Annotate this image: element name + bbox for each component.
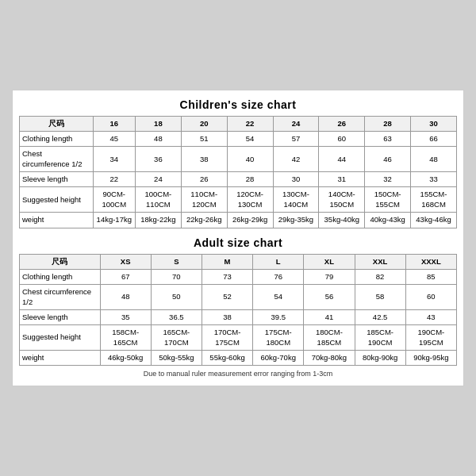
table-cell: 66 — [411, 132, 457, 147]
children-header-cell: 30 — [411, 116, 457, 131]
table-cell: 140CM-150CM — [319, 187, 365, 213]
table-cell: 52 — [202, 285, 252, 310]
chart-container: Children's size chart 尺码1618202224262830… — [12, 90, 464, 387]
children-header-cell: 28 — [365, 116, 411, 131]
children-header-cell: 18 — [135, 116, 181, 131]
children-header-cell: 16 — [93, 116, 135, 131]
table-cell: 73 — [202, 269, 252, 284]
table-cell: 35kg-40kg — [319, 213, 365, 228]
children-table: 尺码1618202224262830 Clothing length454851… — [19, 116, 457, 228]
children-header-cell: 24 — [273, 116, 319, 131]
children-title: Children's size chart — [19, 98, 457, 111]
row-label: weight — [20, 213, 94, 228]
table-cell: 43kg-46kg — [411, 213, 457, 228]
table-cell: 24 — [135, 172, 181, 187]
table-cell: 55kg-60kg — [202, 350, 252, 365]
table-cell: 42 — [273, 147, 319, 172]
table-row: Sleeve length2224262830313233 — [20, 172, 457, 187]
table-cell: 56 — [304, 285, 355, 310]
table-row: Clothing length4548515457606366 — [20, 132, 457, 147]
table-cell: 46 — [365, 147, 411, 172]
table-cell: 60 — [319, 132, 365, 147]
table-cell: 31 — [319, 172, 365, 187]
table-cell: 165CM-170CM — [151, 325, 202, 351]
table-row: Sleeve length3536.53839.54142.543 — [20, 309, 457, 324]
table-cell: 57 — [273, 132, 319, 147]
table-cell: 26kg-29kg — [227, 213, 273, 228]
table-cell: 85 — [405, 269, 456, 284]
table-cell: 36.5 — [151, 309, 202, 324]
adult-header-cell: XL — [304, 254, 355, 269]
table-cell: 40kg-43kg — [365, 213, 411, 228]
table-cell: 150CM-155CM — [365, 187, 411, 213]
table-cell: 38 — [202, 309, 252, 324]
table-row: weight46kg-50kg50kg-55kg55kg-60kg60kg-70… — [20, 350, 457, 365]
table-cell: 38 — [181, 147, 227, 172]
table-cell: 33 — [411, 172, 457, 187]
adult-header-cell: L — [253, 254, 304, 269]
table-cell: 170CM-175CM — [202, 325, 252, 351]
table-cell: 51 — [181, 132, 227, 147]
row-label: Clothing length — [20, 269, 101, 284]
table-cell: 34 — [93, 147, 135, 172]
table-cell: 76 — [253, 269, 304, 284]
table-cell: 36 — [135, 147, 181, 172]
table-cell: 14kg-17kg — [93, 213, 135, 228]
table-row: Suggested height158CM-165CM165CM-170CM17… — [20, 325, 457, 351]
table-cell: 60 — [405, 285, 456, 310]
adult-header-cell: M — [202, 254, 252, 269]
table-row: weight14kg-17kg18kg-22kg22kg-26kg26kg-29… — [20, 213, 457, 228]
table-cell: 67 — [100, 269, 151, 284]
row-label: weight — [20, 350, 101, 365]
table-cell: 50kg-55kg — [151, 350, 202, 365]
table-cell: 22kg-26kg — [181, 213, 227, 228]
table-cell: 46kg-50kg — [100, 350, 151, 365]
adult-table: 尺码XSSMLXLXXLXXXL Clothing length67707376… — [19, 254, 457, 367]
table-cell: 45 — [93, 132, 135, 147]
table-cell: 63 — [365, 132, 411, 147]
table-row: Chest circumference 1/248505254565860 — [20, 285, 457, 310]
table-cell: 79 — [304, 269, 355, 284]
table-cell: 130CM-140CM — [273, 187, 319, 213]
table-cell: 90kg-95kg — [405, 350, 456, 365]
row-label: Sleeve length — [20, 172, 94, 187]
table-cell: 48 — [100, 285, 151, 310]
table-cell: 44 — [319, 147, 365, 172]
table-cell: 35 — [100, 309, 151, 324]
row-label: Suggested height — [20, 325, 101, 351]
row-label: Chest circumference 1/2 — [20, 285, 101, 310]
table-cell: 22 — [93, 172, 135, 187]
adult-header-cell: 尺码 — [20, 254, 101, 269]
table-cell: 70 — [151, 269, 202, 284]
table-cell: 180CM-185CM — [304, 325, 355, 351]
table-row: Suggested height90CM-100CM100CM-110CM110… — [20, 187, 457, 213]
table-cell: 110CM-120CM — [181, 187, 227, 213]
table-cell: 40 — [227, 147, 273, 172]
table-cell: 28 — [227, 172, 273, 187]
table-cell: 120CM-130CM — [227, 187, 273, 213]
table-cell: 26 — [181, 172, 227, 187]
children-header-cell: 尺码 — [20, 116, 94, 131]
table-cell: 41 — [304, 309, 355, 324]
table-cell: 30 — [273, 172, 319, 187]
footer-note: Due to manual ruler measurement error ra… — [19, 370, 457, 378]
table-cell: 158CM-165CM — [100, 325, 151, 351]
table-cell: 155CM-168CM — [411, 187, 457, 213]
children-header-cell: 20 — [181, 116, 227, 131]
table-cell: 90CM-100CM — [93, 187, 135, 213]
adult-header-cell: S — [151, 254, 202, 269]
table-row: Chest circumference 1/23436384042444648 — [20, 147, 457, 172]
table-cell: 80kg-90kg — [355, 350, 405, 365]
table-cell: 48 — [411, 147, 457, 172]
table-cell: 175CM-180CM — [253, 325, 304, 351]
table-cell: 50 — [151, 285, 202, 310]
table-cell: 54 — [253, 285, 304, 310]
table-cell: 58 — [355, 285, 405, 310]
table-cell: 18kg-22kg — [135, 213, 181, 228]
adult-header-cell: XXL — [355, 254, 405, 269]
adult-title: Adult size chart — [19, 236, 457, 249]
table-cell: 60kg-70kg — [253, 350, 304, 365]
table-cell: 48 — [135, 132, 181, 147]
adult-header-cell: XXXL — [405, 254, 456, 269]
children-header-cell: 22 — [227, 116, 273, 131]
